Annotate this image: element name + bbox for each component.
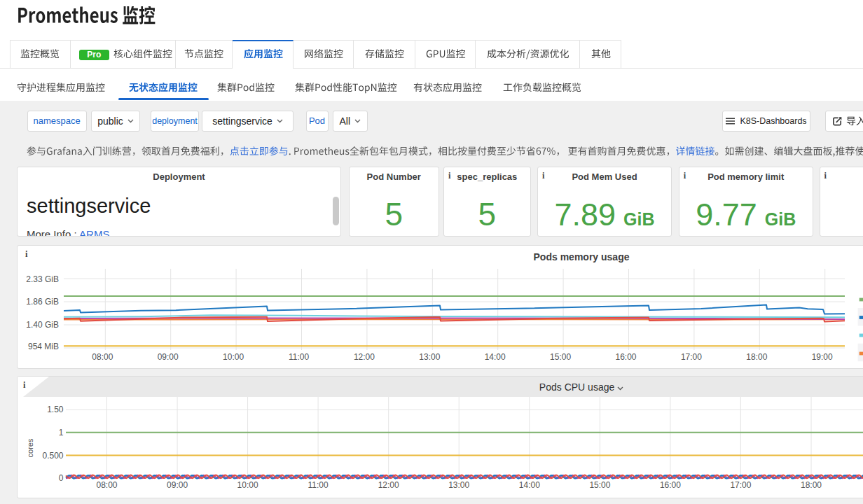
svg-text:1.86 GiB: 1.86 GiB — [26, 297, 59, 307]
svg-text:10:00: 10:00 — [237, 480, 258, 490]
svg-text:10:00: 10:00 — [223, 352, 244, 362]
svg-text:18:00: 18:00 — [746, 352, 767, 362]
svg-text:11:00: 11:00 — [308, 480, 329, 490]
svg-text:954 MiB: 954 MiB — [28, 342, 59, 351]
svg-text:15:00: 15:00 — [550, 352, 571, 362]
svg-text:13:00: 13:00 — [419, 352, 440, 362]
svg-text:16:00: 16:00 — [615, 352, 636, 362]
svg-text:12:00: 12:00 — [354, 352, 375, 362]
svg-text:15:00: 15:00 — [589, 480, 610, 490]
svg-text:08:00: 08:00 — [96, 480, 117, 490]
svg-text:2.33 GiB: 2.33 GiB — [26, 274, 59, 284]
svg-text:14:00: 14:00 — [519, 480, 540, 490]
svg-text:cores: cores — [26, 438, 34, 457]
svg-text:17:00: 17:00 — [730, 480, 751, 490]
svg-text:09:00: 09:00 — [167, 480, 188, 490]
svg-text:08:00: 08:00 — [92, 352, 113, 362]
svg-text:1: 1 — [59, 428, 64, 438]
svg-text:1.40 GiB: 1.40 GiB — [26, 320, 59, 330]
svg-text:14:00: 14:00 — [485, 352, 506, 362]
svg-text:18:00: 18:00 — [801, 480, 822, 490]
svg-text:17:00: 17:00 — [681, 352, 702, 362]
svg-text:0.500: 0.500 — [42, 451, 63, 461]
svg-text:13:00: 13:00 — [448, 480, 469, 490]
svg-text:0: 0 — [59, 473, 64, 483]
svg-text:16:00: 16:00 — [660, 480, 681, 490]
svg-text:11:00: 11:00 — [289, 352, 309, 362]
svg-text:09:00: 09:00 — [158, 352, 179, 362]
svg-text:19:00: 19:00 — [812, 352, 833, 362]
svg-text:12:00: 12:00 — [378, 480, 399, 490]
svg-text:1.50: 1.50 — [47, 405, 64, 414]
